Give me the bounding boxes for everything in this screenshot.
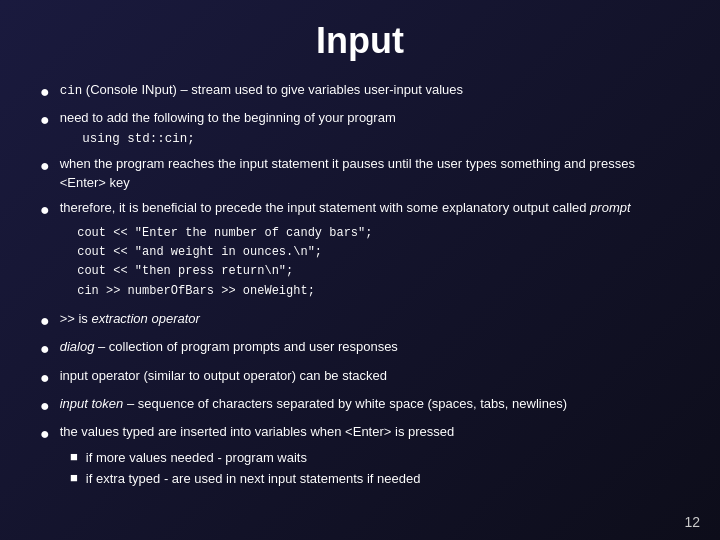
bullet-icon: ● <box>40 199 50 221</box>
slide-content: ● cin (Console INput) – stream used to g… <box>40 80 680 520</box>
bullet-icon: ● <box>40 423 50 445</box>
slide: Input ● cin (Console INput) – stream use… <box>0 0 720 540</box>
list-item: ● cin (Console INput) – stream used to g… <box>40 80 680 103</box>
bullet-icon: ● <box>40 338 50 360</box>
list-item: ● need to add the following to the begin… <box>40 108 680 148</box>
list-item-text: when the program reaches the input state… <box>60 154 680 193</box>
list-item-text: cin (Console INput) – stream used to giv… <box>60 80 680 101</box>
list-item-text: input token – sequence of characters sep… <box>60 394 680 414</box>
sub-list-item-text: if extra typed - are used in next input … <box>86 469 421 489</box>
bullet-icon: ● <box>40 310 50 332</box>
list-item-text: the values typed are inserted into varia… <box>60 422 455 442</box>
list-item: ■ if more values needed - program waits <box>70 448 420 468</box>
sub-list-item-text: if more values needed - program waits <box>86 448 307 468</box>
bullet-icon: ● <box>40 155 50 177</box>
bullet-icon: ● <box>40 81 50 103</box>
list-item: ● the values typed are inserted into var… <box>40 422 680 490</box>
list-item: ● when the program reaches the input sta… <box>40 154 680 193</box>
list-item: ● >> is extraction operator <box>40 309 680 332</box>
list-item-text: input operator (similar to output operat… <box>60 366 680 386</box>
sub-bullet-icon: ■ <box>70 448 78 466</box>
slide-title: Input <box>40 20 680 62</box>
list-item-text: >> is extraction operator <box>60 309 680 329</box>
code-line: cout << "and weight in ounces.\n"; <box>70 243 372 262</box>
bullet-icon: ● <box>40 395 50 417</box>
bullet-icon: ● <box>40 367 50 389</box>
list-item: ● input token – sequence of characters s… <box>40 394 680 417</box>
list-item-text: dialog – collection of program prompts a… <box>60 337 680 357</box>
page-number: 12 <box>684 514 700 530</box>
code-block: cout << "Enter the number of candy bars"… <box>70 224 372 301</box>
main-bullet-list: ● cin (Console INput) – stream used to g… <box>40 80 680 491</box>
code-line: cin >> numberOfBars >> oneWeight; <box>70 282 372 301</box>
list-item: ■ if extra typed - are used in next inpu… <box>70 469 420 489</box>
bullet-icon: ● <box>40 109 50 131</box>
sub-bullet-list: ■ if more values needed - program waits … <box>70 448 420 491</box>
list-item-text: need to add the following to the beginni… <box>60 108 680 148</box>
sub-bullet-icon: ■ <box>70 469 78 487</box>
list-item-text: therefore, it is beneficial to precede t… <box>60 198 631 218</box>
code-line: cout << "Enter the number of candy bars"… <box>70 224 372 243</box>
list-item: ● therefore, it is beneficial to precede… <box>40 198 680 304</box>
list-item: ● dialog – collection of program prompts… <box>40 337 680 360</box>
code-line: cout << "then press return\n"; <box>70 262 372 281</box>
list-item: ● input operator (similar to output oper… <box>40 366 680 389</box>
